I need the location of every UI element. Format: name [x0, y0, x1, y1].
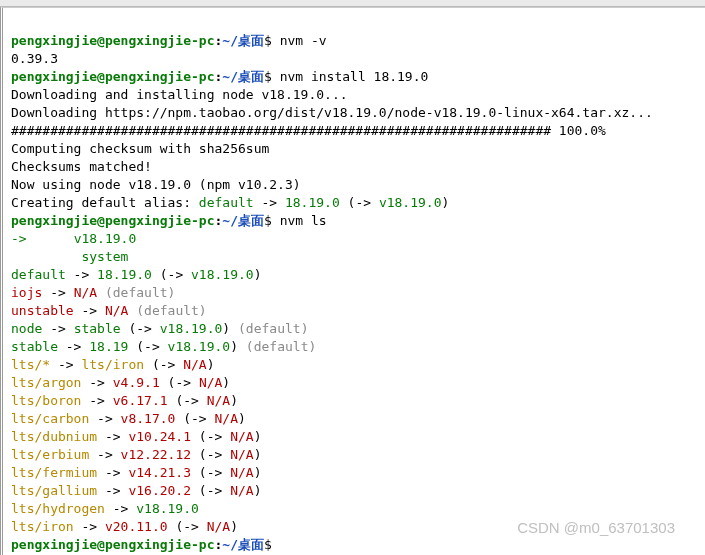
install-line: Computing checksum with sha256sum: [11, 141, 269, 156]
cmd-nvm-install: nvm install 18.19.0: [280, 69, 429, 84]
prompt-path: ~/桌面: [222, 33, 264, 48]
prompt-user: pengxingjie@pengxingjie-pc: [11, 69, 215, 84]
prompt-suffix: $: [264, 33, 272, 48]
ls-stable: stable: [11, 339, 58, 354]
ls-lts-gallium: lts/gallium: [11, 483, 97, 498]
terminal-output[interactable]: pengxingjie@pengxingjie-pc:~/桌面$ nvm -v …: [0, 7, 705, 555]
alias-line: Creating default alias: default -> 18.19…: [11, 195, 449, 210]
ls-lts-dubnium: lts/dubnium: [11, 429, 97, 444]
ls-node: node: [11, 321, 42, 336]
prompt-user: pengxingjie@pengxingjie-pc: [11, 213, 215, 228]
ls-lts-iron: lts/iron: [11, 519, 74, 534]
ls-lts-star: lts/*: [11, 357, 50, 372]
ls-default: default: [11, 267, 66, 282]
cmd-nvm-v: nvm -v: [280, 33, 327, 48]
install-progress: ########################################…: [11, 123, 606, 138]
ls-iojs: iojs: [11, 285, 42, 300]
ls-current-version: v18.19.0: [74, 231, 137, 246]
cmd-nvm-ls: nvm ls: [280, 213, 327, 228]
prompt-user: pengxingjie@pengxingjie-pc: [11, 33, 215, 48]
ls-lts-erbium: lts/erbium: [11, 447, 89, 462]
ls-lts-fermium: lts/fermium: [11, 465, 97, 480]
install-line: Now using node v18.19.0 (npm v10.2.3): [11, 177, 301, 192]
install-line: Downloading and installing node v18.19.0…: [11, 87, 348, 102]
install-line: Downloading https://npm.taobao.org/dist/…: [11, 105, 653, 120]
ls-system: system: [81, 249, 128, 264]
ls-lts-boron: lts/boron: [11, 393, 81, 408]
watermark: CSDN @m0_63701303: [517, 519, 675, 537]
install-line: Checksums matched!: [11, 159, 152, 174]
ls-current-arrow: ->: [11, 231, 27, 246]
ls-lts-argon: lts/argon: [11, 375, 81, 390]
prompt-user: pengxingjie@pengxingjie-pc: [11, 537, 215, 552]
ls-lts-hydrogen: lts/hydrogen: [11, 501, 105, 516]
nvm-version-output: 0.39.3: [11, 51, 58, 66]
ls-lts-carbon: lts/carbon: [11, 411, 89, 426]
ls-unstable: unstable: [11, 303, 74, 318]
